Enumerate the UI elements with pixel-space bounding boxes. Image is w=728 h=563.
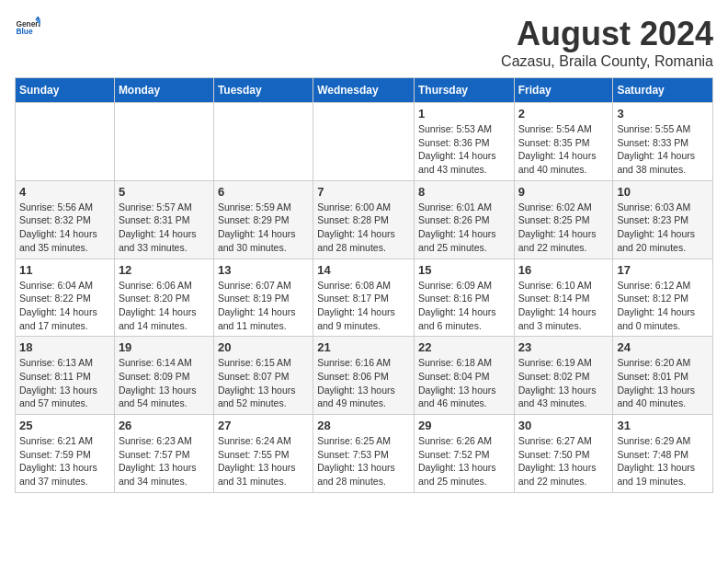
table-row: 19Sunrise: 6:14 AM Sunset: 8:09 PM Dayli… — [114, 337, 213, 415]
day-info: Sunrise: 6:09 AM Sunset: 8:16 PM Dayligh… — [418, 279, 510, 333]
table-row: 12Sunrise: 6:06 AM Sunset: 8:20 PM Dayli… — [114, 259, 213, 337]
table-row: 18Sunrise: 6:13 AM Sunset: 8:11 PM Dayli… — [16, 337, 115, 415]
day-number: 15 — [418, 263, 510, 277]
table-row: 23Sunrise: 6:19 AM Sunset: 8:02 PM Dayli… — [514, 337, 613, 415]
day-number: 26 — [119, 419, 210, 432]
table-row: 2Sunrise: 5:54 AM Sunset: 8:35 PM Daylig… — [514, 103, 613, 181]
page-title: August 2024 — [501, 15, 713, 53]
table-row: 13Sunrise: 6:07 AM Sunset: 8:19 PM Dayli… — [213, 259, 313, 337]
calendar-table: Sunday Monday Tuesday Wednesday Thursday… — [15, 77, 713, 493]
day-number: 22 — [418, 340, 510, 354]
calendar-week-row: 1Sunrise: 5:53 AM Sunset: 8:36 PM Daylig… — [16, 103, 713, 181]
day-number: 27 — [218, 419, 309, 432]
table-row: 25Sunrise: 6:21 AM Sunset: 7:59 PM Dayli… — [16, 415, 115, 493]
table-row: 4Sunrise: 5:56 AM Sunset: 8:32 PM Daylig… — [16, 180, 115, 259]
calendar-week-row: 11Sunrise: 6:04 AM Sunset: 8:22 PM Dayli… — [16, 259, 713, 337]
table-row — [213, 103, 313, 181]
day-info: Sunrise: 6:23 AM Sunset: 7:57 PM Dayligh… — [119, 434, 210, 488]
day-info: Sunrise: 6:29 AM Sunset: 7:48 PM Dayligh… — [617, 434, 709, 488]
day-number: 8 — [418, 185, 510, 199]
table-row: 6Sunrise: 5:59 AM Sunset: 8:29 PM Daylig… — [213, 180, 313, 259]
day-info: Sunrise: 6:13 AM Sunset: 8:11 PM Dayligh… — [19, 356, 110, 410]
page-subtitle: Cazasu, Braila County, Romania — [501, 53, 713, 70]
day-number: 18 — [19, 340, 110, 354]
table-row: 27Sunrise: 6:24 AM Sunset: 7:55 PM Dayli… — [213, 415, 313, 493]
day-info: Sunrise: 6:24 AM Sunset: 7:55 PM Dayligh… — [218, 434, 309, 488]
table-row: 8Sunrise: 6:01 AM Sunset: 8:26 PM Daylig… — [414, 180, 514, 259]
table-row: 20Sunrise: 6:15 AM Sunset: 8:07 PM Dayli… — [213, 337, 313, 415]
day-info: Sunrise: 6:14 AM Sunset: 8:09 PM Dayligh… — [119, 356, 210, 410]
day-number: 17 — [617, 263, 709, 277]
day-number: 16 — [518, 263, 609, 277]
day-info: Sunrise: 6:07 AM Sunset: 8:19 PM Dayligh… — [218, 279, 309, 333]
col-monday: Monday — [114, 78, 213, 103]
table-row: 10Sunrise: 6:03 AM Sunset: 8:23 PM Dayli… — [613, 180, 713, 259]
calendar-week-row: 25Sunrise: 6:21 AM Sunset: 7:59 PM Dayli… — [16, 415, 713, 493]
day-info: Sunrise: 6:06 AM Sunset: 8:20 PM Dayligh… — [119, 279, 210, 333]
day-info: Sunrise: 6:16 AM Sunset: 8:06 PM Dayligh… — [317, 356, 410, 410]
col-tuesday: Tuesday — [213, 78, 313, 103]
day-info: Sunrise: 5:59 AM Sunset: 8:29 PM Dayligh… — [218, 201, 309, 255]
day-info: Sunrise: 6:03 AM Sunset: 8:23 PM Dayligh… — [617, 201, 709, 255]
table-row: 29Sunrise: 6:26 AM Sunset: 7:52 PM Dayli… — [414, 415, 514, 493]
table-row: 16Sunrise: 6:10 AM Sunset: 8:14 PM Dayli… — [514, 259, 613, 337]
day-number: 25 — [19, 419, 110, 432]
day-info: Sunrise: 5:56 AM Sunset: 8:32 PM Dayligh… — [19, 201, 110, 255]
day-number: 11 — [19, 263, 110, 277]
logo: General Blue — [15, 15, 40, 40]
day-info: Sunrise: 5:57 AM Sunset: 8:31 PM Dayligh… — [119, 201, 210, 255]
day-number: 3 — [617, 107, 709, 121]
day-number: 14 — [317, 263, 410, 277]
table-row: 22Sunrise: 6:18 AM Sunset: 8:04 PM Dayli… — [414, 337, 514, 415]
col-wednesday: Wednesday — [313, 78, 415, 103]
calendar-header-row: Sunday Monday Tuesday Wednesday Thursday… — [16, 78, 713, 103]
day-number: 30 — [518, 419, 609, 432]
day-info: Sunrise: 6:18 AM Sunset: 8:04 PM Dayligh… — [418, 356, 510, 410]
table-row: 11Sunrise: 6:04 AM Sunset: 8:22 PM Dayli… — [16, 259, 115, 337]
day-info: Sunrise: 6:21 AM Sunset: 7:59 PM Dayligh… — [19, 434, 110, 488]
col-thursday: Thursday — [414, 78, 514, 103]
day-number: 10 — [617, 185, 709, 199]
day-info: Sunrise: 6:01 AM Sunset: 8:26 PM Dayligh… — [418, 201, 510, 255]
day-number: 2 — [518, 107, 609, 121]
day-info: Sunrise: 6:19 AM Sunset: 8:02 PM Dayligh… — [518, 356, 609, 410]
day-info: Sunrise: 5:55 AM Sunset: 8:33 PM Dayligh… — [617, 122, 709, 177]
day-info: Sunrise: 6:20 AM Sunset: 8:01 PM Dayligh… — [617, 356, 709, 410]
day-number: 5 — [119, 185, 210, 199]
table-row: 1Sunrise: 5:53 AM Sunset: 8:36 PM Daylig… — [414, 103, 514, 181]
page-header: General Blue August 2024 Cazasu, Braila … — [15, 15, 713, 70]
svg-marker-2 — [35, 16, 40, 19]
day-number: 9 — [518, 185, 609, 199]
day-info: Sunrise: 6:15 AM Sunset: 8:07 PM Dayligh… — [218, 356, 309, 410]
table-row: 14Sunrise: 6:08 AM Sunset: 8:17 PM Dayli… — [313, 259, 415, 337]
day-number: 1 — [418, 107, 510, 121]
day-number: 21 — [317, 340, 410, 354]
table-row: 15Sunrise: 6:09 AM Sunset: 8:16 PM Dayli… — [414, 259, 514, 337]
day-info: Sunrise: 6:04 AM Sunset: 8:22 PM Dayligh… — [19, 279, 110, 333]
day-info: Sunrise: 6:08 AM Sunset: 8:17 PM Dayligh… — [317, 279, 410, 333]
table-row: 5Sunrise: 5:57 AM Sunset: 8:31 PM Daylig… — [114, 180, 213, 259]
table-row: 21Sunrise: 6:16 AM Sunset: 8:06 PM Dayli… — [313, 337, 415, 415]
day-number: 4 — [19, 185, 110, 199]
svg-text:Blue: Blue — [16, 27, 32, 36]
title-block: August 2024 Cazasu, Braila County, Roman… — [501, 15, 713, 70]
table-row: 28Sunrise: 6:25 AM Sunset: 7:53 PM Dayli… — [313, 415, 415, 493]
day-number: 31 — [617, 419, 709, 432]
day-info: Sunrise: 6:26 AM Sunset: 7:52 PM Dayligh… — [418, 434, 510, 488]
table-row: 9Sunrise: 6:02 AM Sunset: 8:25 PM Daylig… — [514, 180, 613, 259]
col-sunday: Sunday — [16, 78, 115, 103]
day-number: 13 — [218, 263, 309, 277]
day-info: Sunrise: 6:00 AM Sunset: 8:28 PM Dayligh… — [317, 201, 410, 255]
col-saturday: Saturday — [613, 78, 713, 103]
table-row — [16, 103, 115, 181]
day-number: 6 — [218, 185, 309, 199]
day-number: 20 — [218, 340, 309, 354]
day-number: 23 — [518, 340, 609, 354]
day-number: 19 — [119, 340, 210, 354]
table-row: 26Sunrise: 6:23 AM Sunset: 7:57 PM Dayli… — [114, 415, 213, 493]
day-info: Sunrise: 6:25 AM Sunset: 7:53 PM Dayligh… — [317, 434, 410, 488]
day-number: 24 — [617, 340, 709, 354]
table-row: 30Sunrise: 6:27 AM Sunset: 7:50 PM Dayli… — [514, 415, 613, 493]
day-info: Sunrise: 5:53 AM Sunset: 8:36 PM Dayligh… — [418, 122, 510, 177]
day-info: Sunrise: 6:10 AM Sunset: 8:14 PM Dayligh… — [518, 279, 609, 333]
